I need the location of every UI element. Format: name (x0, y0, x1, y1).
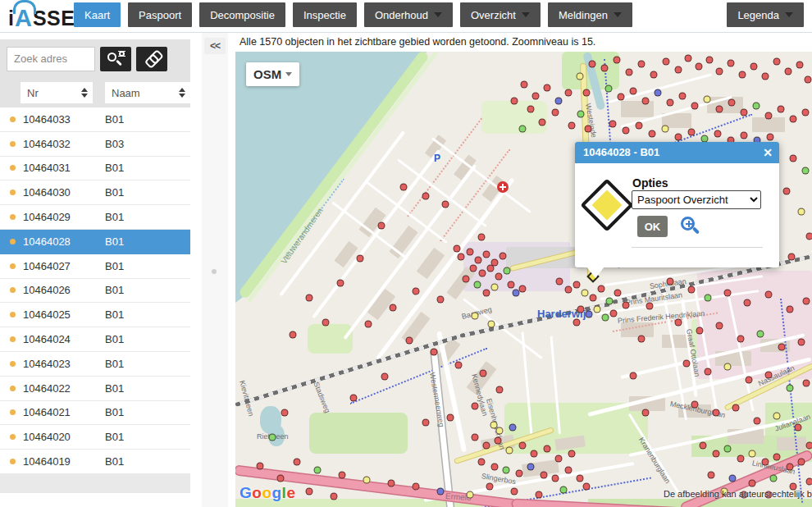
sort-icon[interactable] (81, 88, 88, 98)
object-marker[interactable] (474, 281, 481, 289)
object-marker[interactable] (472, 403, 479, 410)
object-marker[interactable] (609, 121, 617, 128)
popup-header[interactable]: 10464028 - B01 (575, 142, 779, 163)
object-marker[interactable] (732, 404, 740, 412)
legenda-button[interactable]: Legenda (727, 2, 804, 27)
object-marker[interactable] (503, 467, 510, 474)
column-header-nr[interactable]: Nr (21, 82, 93, 103)
list-item[interactable]: 10464030B01 (0, 180, 190, 205)
object-marker[interactable] (495, 437, 502, 445)
object-marker[interactable] (475, 257, 482, 264)
object-marker[interactable] (685, 55, 692, 62)
object-marker[interactable] (314, 467, 322, 474)
object-marker[interactable] (785, 68, 792, 75)
object-marker[interactable] (555, 98, 563, 105)
object-marker[interactable] (741, 109, 748, 116)
object-marker[interactable] (472, 313, 479, 320)
object-marker[interactable] (479, 270, 486, 277)
object-marker[interactable] (577, 306, 585, 313)
object-marker[interactable] (788, 254, 796, 261)
object-marker[interactable] (470, 265, 477, 272)
object-marker[interactable] (413, 288, 420, 295)
object-marker[interactable] (467, 491, 474, 499)
object-marker[interactable] (716, 106, 723, 113)
object-marker[interactable] (778, 344, 786, 351)
object-marker[interactable] (700, 442, 707, 450)
object-marker[interactable] (601, 65, 609, 72)
object-marker[interactable] (798, 459, 805, 466)
object-marker[interactable] (589, 61, 596, 68)
object-marker[interactable] (753, 103, 760, 110)
object-marker[interactable] (744, 299, 751, 307)
object-marker[interactable] (544, 445, 551, 453)
object-marker[interactable] (688, 286, 696, 294)
object-marker[interactable] (357, 255, 364, 263)
object-marker[interactable] (618, 94, 625, 101)
object-marker[interactable] (754, 418, 761, 425)
object-marker[interactable] (511, 98, 518, 105)
object-marker[interactable] (605, 85, 613, 93)
object-marker[interactable] (729, 475, 737, 482)
object-marker[interactable] (516, 470, 523, 477)
object-marker[interactable] (454, 245, 461, 253)
tab-meldingen[interactable]: Meldingen (548, 2, 632, 27)
object-marker[interactable] (381, 373, 389, 381)
object-marker[interactable] (705, 368, 712, 376)
object-marker[interactable] (521, 81, 528, 89)
object-marker[interactable] (798, 339, 805, 346)
list-item[interactable]: 10464020B01 (0, 425, 190, 450)
object-marker[interactable] (696, 327, 704, 335)
list-item[interactable]: 10464031B01 (0, 157, 190, 181)
map-canvas[interactable]: VeluwerandmerenHarderwijkBaanwegSophiala… (235, 52, 812, 507)
object-marker[interactable] (806, 478, 812, 486)
object-marker[interactable] (532, 93, 540, 100)
list-item[interactable]: 10464028B01 (0, 230, 190, 254)
object-marker[interactable] (337, 280, 344, 287)
object-marker[interactable] (650, 71, 658, 79)
object-marker[interactable] (496, 427, 504, 435)
object-marker[interactable] (688, 129, 696, 136)
object-marker[interactable] (802, 109, 810, 116)
tab-decompositie[interactable]: Decompositie (199, 2, 285, 27)
object-marker[interactable] (331, 493, 338, 500)
object-marker[interactable] (614, 57, 621, 64)
options-select[interactable]: Paspoort Overzicht (632, 190, 761, 209)
object-marker[interactable] (623, 302, 630, 309)
object-marker[interactable] (577, 475, 584, 482)
object-marker[interactable] (541, 472, 548, 479)
object-marker[interactable] (565, 286, 573, 294)
object-marker[interactable] (765, 112, 773, 120)
object-marker[interactable] (519, 442, 527, 450)
object-marker[interactable] (483, 290, 490, 297)
object-marker[interactable] (667, 278, 674, 285)
object-marker[interactable] (749, 450, 756, 458)
tab-kaart[interactable]: Kaart (74, 2, 121, 27)
object-marker[interactable] (765, 291, 773, 299)
object-marker[interactable] (565, 89, 573, 97)
object-marker[interactable] (663, 58, 670, 66)
object-marker[interactable] (691, 103, 699, 110)
object-marker[interactable] (778, 106, 785, 113)
object-marker[interactable] (646, 303, 654, 310)
object-marker[interactable] (728, 99, 736, 107)
object-marker[interactable] (713, 409, 720, 417)
object-marker[interactable] (713, 450, 720, 458)
object-marker[interactable] (762, 73, 769, 80)
object-marker[interactable] (568, 450, 576, 458)
object-marker[interactable] (796, 62, 804, 69)
ok-button[interactable]: OK (637, 216, 668, 237)
search-settings-button[interactable] (100, 47, 131, 71)
object-marker[interactable] (706, 57, 714, 64)
object-marker[interactable] (708, 472, 715, 479)
object-marker[interactable] (790, 155, 797, 162)
object-marker[interactable] (257, 463, 264, 470)
object-marker[interactable] (642, 409, 650, 417)
object-marker[interactable] (737, 455, 745, 463)
list-item[interactable]: 10464023B01 (0, 352, 190, 377)
object-marker[interactable] (483, 251, 490, 258)
object-marker[interactable] (322, 319, 330, 327)
object-marker[interactable] (339, 472, 346, 479)
list-item[interactable]: 10464029B01 (0, 205, 190, 230)
object-marker[interactable] (585, 126, 592, 133)
object-marker[interactable] (705, 295, 712, 302)
